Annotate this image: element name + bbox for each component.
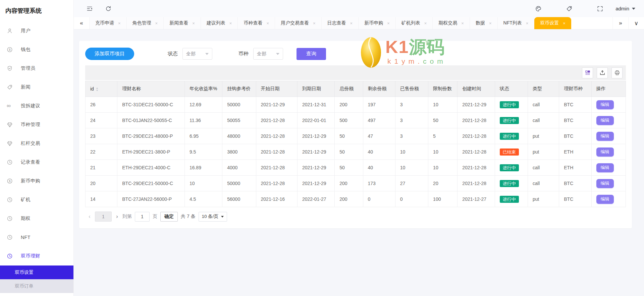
sidebar-item[interactable]: 双币理财 [0,247,73,265]
history-icon [7,234,13,240]
edit-button[interactable]: 编辑 [596,179,614,188]
close-icon[interactable]: × [313,21,316,26]
sidebar-item[interactable]: 杠杆交易 [0,134,73,153]
close-icon[interactable]: × [229,21,232,26]
cell-id: 23 [86,128,117,144]
prev-page-button[interactable]: ‹ [87,214,92,220]
sidebar-item[interactable]: 矿机 [0,190,73,209]
total-count-label: 共 7 条 [181,214,196,220]
chevron-down-icon [276,53,279,55]
close-icon[interactable]: × [266,21,269,26]
status-badge: 进行中 [500,117,519,124]
cell-limit: 20 [428,176,458,191]
sort-icon[interactable]: ▲▼ [96,87,98,92]
sidebar-item-label: 期权 [21,216,31,222]
tabs-scroll-left-button[interactable]: « [74,17,90,29]
tabs-menu-button[interactable]: ∨ [628,17,644,29]
user-name: admin [615,6,629,11]
cell-action: 编辑 [591,191,626,207]
column-header[interactable]: id▲▼ [86,81,117,97]
sidebar-item-label: 用户 [21,28,31,34]
theme-palette-icon[interactable] [535,5,542,12]
edit-button[interactable]: 编辑 [596,116,614,125]
sidebar-item[interactable]: $新币申购 [0,172,73,190]
tab-item[interactable]: 用户交易查看× [275,17,322,29]
close-icon[interactable]: × [424,21,427,26]
tag-icon[interactable] [566,5,573,12]
column-header: 已售份额 [395,81,428,97]
user-menu[interactable]: admin [615,6,635,11]
tab-item[interactable]: 新闻查看× [164,17,201,29]
tab-item[interactable]: 日志查看× [322,17,359,29]
close-icon[interactable]: × [489,21,492,26]
close-icon[interactable]: × [387,21,390,26]
edit-button[interactable]: 编辑 [596,100,614,109]
edit-button[interactable]: 编辑 [596,195,614,204]
close-icon[interactable]: × [350,21,353,26]
close-icon[interactable]: × [118,21,121,26]
sidebar-item[interactable]: NFT [0,228,73,247]
cell-remain: 0 [363,191,395,207]
tab-item[interactable]: 矿机列表× [396,17,433,29]
fullscreen-icon[interactable] [597,5,603,12]
sidebar-item[interactable]: 期权 [0,209,73,228]
export-button[interactable] [597,67,608,78]
close-icon[interactable]: × [526,21,529,26]
status-badge: 已结束 [500,149,519,156]
close-icon[interactable]: × [192,21,195,26]
edit-button[interactable]: 编辑 [596,147,614,157]
cell-created: 2021-12-27 [458,191,495,207]
add-dual-currency-button[interactable]: 添加双币项目 [85,48,134,60]
tab-item[interactable]: NFT列表× [498,17,535,29]
tab-active[interactable]: 双币设置× [534,17,571,29]
sidebar-subitem[interactable]: 双币订单 [0,279,73,293]
sidebar-item[interactable]: ∞投拆建议 [0,97,73,115]
sidebar-subitem[interactable]: 双币设置 [0,265,73,279]
close-icon[interactable]: × [461,21,464,26]
refresh-icon[interactable] [105,5,112,12]
goto-page-input[interactable] [135,212,150,222]
tab-label: 新币申购 [364,20,383,26]
tab-item[interactable]: 角色管理× [127,17,164,29]
coin-select[interactable]: 全部 [253,48,283,60]
sidebar-item[interactable]: $钱包 [0,40,73,59]
status-badge: 进行中 [500,133,519,140]
edit-button[interactable]: 编辑 [596,132,614,141]
sidebar-item[interactable]: 管理员 [0,59,73,78]
tab-item[interactable]: 币种查看× [238,17,275,29]
sidebar-item[interactable]: 币种管理 [0,115,73,134]
next-page-button[interactable]: › [115,214,119,220]
page-unit-label: 页 [153,214,157,220]
columns-icon [585,70,591,76]
tab-label: NFT列表 [503,20,522,26]
sidebar-item[interactable]: 用户 [0,21,73,40]
cell-end: 2022-01-27 [297,191,334,207]
tab-item[interactable]: 数据× [470,17,498,29]
sidebar-item-label: NFT [21,235,31,240]
sidebar-item-label: 杠杆交易 [21,140,40,146]
cell-sold: 27 [395,176,428,191]
tabs-container: 充币申请×角色管理×新闻查看×建议列表×币种查看×用户交易查看×日志查看×新币申… [90,17,612,29]
print-button[interactable] [611,67,623,78]
tab-item[interactable]: 新币申购× [359,17,396,29]
query-button[interactable]: 查询 [297,48,326,60]
sidebar-item[interactable]: 新闻 [0,78,73,97]
goto-confirm-button[interactable]: 确定 [160,212,178,222]
close-icon[interactable]: × [155,21,158,26]
tab-item[interactable]: 建议列表× [201,17,238,29]
cell-ref_price: 56000 [222,191,256,207]
collapse-sidebar-icon[interactable] [86,5,93,12]
cell-sold: 10 [395,144,428,160]
status-select[interactable]: 全部 [182,48,212,60]
cell-type: call [528,176,559,191]
tab-item[interactable]: 期权交易× [433,17,470,29]
current-page-button[interactable]: 1 [95,212,112,222]
sidebar-item[interactable]: 记录查看 [0,153,73,172]
tabs-scroll-right-button[interactable]: » [612,17,628,29]
tab-item[interactable]: 充币申请× [90,17,127,29]
edit-button[interactable]: 编辑 [596,163,614,172]
close-icon[interactable]: × [563,21,566,26]
page-size-select[interactable]: 10 条/页 [199,212,227,222]
columns-setting-button[interactable] [582,67,593,78]
tab-bar: « 充币申请×角色管理×新闻查看×建议列表×币种查看×用户交易查看×日志查看×新… [74,17,644,29]
